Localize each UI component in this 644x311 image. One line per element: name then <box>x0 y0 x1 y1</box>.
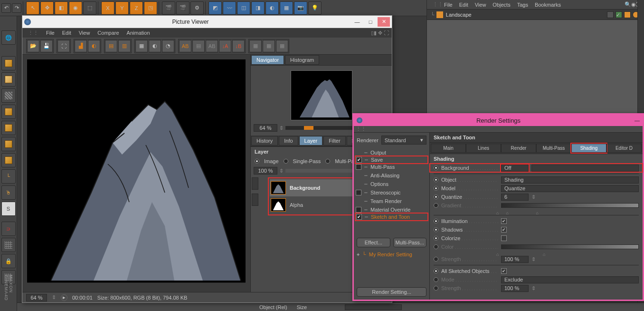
pv-histogram-icon[interactable]: ▟ <box>75 40 87 52</box>
pv-menu-animation[interactable]: Animation <box>127 30 150 36</box>
shadows-check[interactable]: ✔ <box>501 227 507 233</box>
gradient-value[interactable] <box>501 203 639 208</box>
last-tool[interactable]: ⬚ <box>83 1 96 15</box>
strength1-value[interactable]: 100 % <box>501 256 529 263</box>
pv-ab1-icon[interactable]: ▤ <box>105 40 117 52</box>
pv-hscroll[interactable] <box>27 282 246 289</box>
pv-setb-button[interactable]: ↓B <box>232 40 245 52</box>
tree-aa[interactable]: ┈Anti-Aliasing <box>356 171 427 180</box>
filter-tab[interactable]: Filter <box>323 136 345 146</box>
y-axis-lock[interactable]: Y <box>115 1 129 15</box>
pv-ab-button[interactable]: AB <box>179 40 191 52</box>
pv-play2[interactable]: ▦ <box>263 40 275 52</box>
pv-diff-button[interactable]: AB <box>206 40 218 52</box>
tab-multipass[interactable]: Multi-Pass <box>536 144 571 153</box>
pv-titlebar[interactable]: Picture Viewer — □ ✕ <box>22 16 392 28</box>
texture-mode[interactable] <box>1 88 16 103</box>
add-environment[interactable]: ▦ <box>280 1 293 15</box>
multipass-button[interactable]: Multi-Pass... <box>393 238 427 247</box>
pv-play3[interactable]: ▦ <box>276 40 288 52</box>
globe-button[interactable]: 🌐 <box>1 30 16 45</box>
redo-button[interactable]: ↷ <box>12 3 21 13</box>
color-value[interactable] <box>501 244 639 249</box>
snap-button[interactable]: S <box>1 202 16 216</box>
status-zoom[interactable]: 64 % <box>26 294 47 301</box>
pv-layout-icons[interactable]: ▯▮ ✥ ⛶ <box>371 30 389 36</box>
pv-filter-icon[interactable]: ◐ <box>88 40 100 52</box>
tab-lines[interactable]: Lines <box>466 144 501 153</box>
shadows-radio[interactable] <box>434 227 438 232</box>
rs-minimize-button[interactable]: — <box>635 117 640 123</box>
x-axis-lock[interactable]: X <box>101 1 114 15</box>
navigator-tab[interactable]: Navigator <box>251 55 284 65</box>
tab-render[interactable]: Render <box>501 144 536 153</box>
background-radio[interactable] <box>434 165 438 170</box>
info-tab[interactable]: Info <box>279 136 298 146</box>
objects-menu-file[interactable]: File <box>444 2 453 8</box>
effect-button[interactable]: Effect... <box>357 238 390 247</box>
move-tool[interactable]: ✥ <box>40 1 54 15</box>
image-radio[interactable] <box>255 159 259 164</box>
tree-stereo[interactable]: ┈Stereoscopic <box>356 188 427 197</box>
layer-tog-2[interactable] <box>252 194 258 206</box>
pv-menu-file[interactable]: File <box>46 30 55 36</box>
pv-menu-view[interactable]: View <box>79 30 90 36</box>
add-cube[interactable]: ◩ <box>208 1 222 15</box>
magnet-button[interactable]: ⊃ <box>1 222 16 236</box>
scene-object-row[interactable]: └ Landscape ✓ <box>427 10 644 20</box>
colorize-radio[interactable] <box>434 236 438 241</box>
tree-sketch-toon[interactable]: ✔┈Sketch and Toon <box>355 213 428 221</box>
render-view[interactable]: 🎬 <box>162 1 175 15</box>
colorize-check[interactable] <box>501 235 507 241</box>
pv-alpha-icon[interactable]: ◐ <box>149 40 161 52</box>
multipass-radio[interactable] <box>325 159 330 164</box>
add-camera[interactable]: 📷 <box>294 1 307 15</box>
illum-check[interactable]: ✔ <box>501 218 507 224</box>
quantize-radio[interactable] <box>434 194 438 199</box>
render-region[interactable]: 🎬 <box>176 1 189 15</box>
add-spline[interactable]: 〰 <box>223 1 236 15</box>
allsketched-radio[interactable] <box>434 269 438 273</box>
nav-zoom-value[interactable]: 64 % <box>254 124 277 132</box>
model-radio[interactable] <box>434 186 438 191</box>
add-deformer[interactable]: ◐ <box>265 1 279 15</box>
play-icon[interactable]: ▸ <box>61 294 67 301</box>
tag-chip-1[interactable] <box>624 11 631 18</box>
objects-menu-view[interactable]: View <box>475 2 486 8</box>
mode-radio[interactable] <box>434 277 438 282</box>
axis-button[interactable]: └ <box>1 169 16 184</box>
pv-menu-compare[interactable]: Compare <box>97 30 119 36</box>
my-render-setting[interactable]: ⌖└ My Render Setting <box>354 250 429 259</box>
pv-minimize-button[interactable]: — <box>351 17 363 27</box>
layer-tab[interactable]: Layer <box>299 136 323 146</box>
select-tool[interactable]: ↖ <box>26 1 39 15</box>
tree-team[interactable]: ┈Team Render <box>356 197 427 205</box>
strength2-value[interactable]: 100 % <box>501 285 529 292</box>
layer-zoom-value[interactable]: 100 % <box>254 167 277 175</box>
object-radio[interactable] <box>434 177 438 182</box>
pv-open-icon[interactable]: 📂 <box>27 40 39 52</box>
mouse-button[interactable]: 🖱 <box>1 185 16 200</box>
add-nurbs[interactable]: ◫ <box>237 1 250 15</box>
model-mode[interactable] <box>1 72 16 87</box>
history-tab[interactable]: History <box>251 136 278 146</box>
background-value2[interactable] <box>531 165 639 172</box>
pv-menu-edit[interactable]: Edit <box>62 30 71 36</box>
objects-menu-objects[interactable]: Objects <box>492 2 510 8</box>
navigator-thumbnail[interactable] <box>291 70 352 120</box>
enable-chip[interactable]: ✓ <box>616 11 622 18</box>
pv-ab2-icon[interactable]: ▥ <box>118 40 131 52</box>
render-settings[interactable]: ⚙ <box>190 1 204 15</box>
objects-menu-edit[interactable]: Edit <box>459 2 468 8</box>
pv-maximize-button[interactable]: □ <box>364 17 377 27</box>
add-light[interactable]: 💡 <box>308 1 322 15</box>
histogram-tab[interactable]: Histogram <box>285 55 319 65</box>
bottom-field[interactable] <box>345 304 402 310</box>
point-mode[interactable] <box>1 121 16 135</box>
rotate-tool[interactable]: ◉ <box>69 1 82 15</box>
tab-main[interactable]: Main <box>431 144 466 153</box>
color-radio[interactable] <box>434 244 438 249</box>
quantize-value[interactable]: 6 <box>501 194 529 201</box>
objects-menu-tags[interactable]: Tags <box>517 2 528 8</box>
pv-play1[interactable]: ▦ <box>249 40 262 52</box>
